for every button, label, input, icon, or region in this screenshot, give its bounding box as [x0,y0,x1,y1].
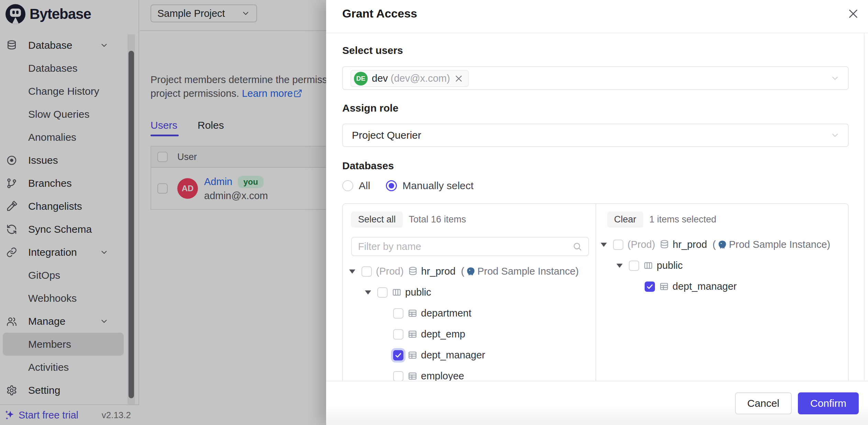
node-name[interactable]: employee [421,370,464,381]
select-all-button[interactable]: Select all [351,211,403,228]
chip-user-email: (dev@x.com) [391,73,450,84]
checkbox-public[interactable] [629,261,639,271]
postgresql-icon [466,267,476,276]
instance-label: (Prod Sample Instance) [713,239,831,250]
modal-footer: Cancel Confirm [326,381,868,425]
role-select-value: Project Querier [352,129,421,141]
database-scope-radios: All Manually select [342,180,474,192]
tree-row-dept_emp: dept_emp [343,324,596,345]
node-name[interactable]: hr_prod [421,266,456,277]
radio-all-control[interactable] [342,180,353,191]
selected-user-chip: DE dev (dev@x.com) [350,70,469,87]
close-icon[interactable] [847,8,859,20]
checkbox-public[interactable] [377,287,388,298]
tree-row-employee: employee [343,366,596,381]
radio-manually-select[interactable]: Manually select [386,180,474,192]
select-users-label: Select users [342,45,403,56]
modal-header-divider [326,33,868,33]
radio-all[interactable]: All [342,180,370,192]
tree-row-dept_manager: dept_manager [596,276,848,297]
node-name[interactable]: public [657,260,683,271]
chevron-down-icon [830,73,840,83]
caret-down-icon[interactable] [616,264,629,268]
role-select[interactable]: Project Querier [342,124,849,147]
chip-user-name: dev [372,73,388,84]
node-name[interactable]: hr_prod [673,239,707,250]
table-icon [408,371,418,381]
filter-input-wrapper [351,237,589,256]
database-icon [659,240,669,250]
tree-row-hr_prod: (Prod)hr_prod(Prod Sample Instance) [596,234,848,255]
modal-title: Grant Access [342,7,417,20]
tree-row-dept_manager: dept_manager [343,345,596,366]
left-database-tree: (Prod)hr_prod(Prod Sample Instance)publi… [343,261,596,381]
table-icon [408,350,418,360]
tree-row-public: public [343,282,596,303]
right-database-tree: (Prod)hr_prod(Prod Sample Instance)publi… [596,234,848,297]
cancel-button[interactable]: Cancel [735,392,792,414]
grant-access-modal: Grant Access Select users DE dev (dev@x.… [326,0,868,425]
total-items-label: Total 16 items [409,214,466,225]
radio-manual-control[interactable] [386,180,397,191]
checkbox-hr_prod[interactable] [613,240,623,250]
checkbox-employee[interactable] [393,371,403,381]
filter-by-name-input[interactable] [352,241,572,252]
databases-label: Databases [342,160,394,172]
caret-down-icon[interactable] [601,243,613,247]
checked-checkbox-dept_manager[interactable] [393,350,403,360]
avatar: DE [354,72,368,85]
checked-checkbox-dept_manager[interactable] [645,282,655,292]
environment-label: (Prod) [376,266,404,277]
tree-row-department: department [343,303,596,324]
available-databases-panel: Select all Total 16 items (Prod)hr_prod(… [343,204,596,381]
checkbox-hr_prod[interactable] [361,266,372,277]
chevron-down-icon [830,130,840,140]
node-name[interactable]: dept_emp [421,329,465,340]
environment-label: (Prod) [627,239,655,250]
schema-icon [643,261,653,271]
node-name[interactable]: department [421,308,471,319]
clear-button[interactable]: Clear [607,211,643,228]
modal-scrollbar-gutter [864,33,865,425]
database-transfer-panels: Select all Total 16 items (Prod)hr_prod(… [342,203,849,381]
database-icon [408,266,418,276]
selected-databases-panel: Clear 1 items selected (Prod)hr_prod(Pro… [596,204,848,381]
confirm-button[interactable]: Confirm [798,392,859,414]
instance-label: (Prod Sample Instance) [461,266,579,277]
node-name[interactable]: dept_manager [421,349,485,361]
table-icon [408,308,418,318]
caret-down-icon[interactable] [365,290,377,295]
table-icon [408,329,418,339]
postgresql-icon [717,240,727,250]
caret-down-icon[interactable] [349,269,361,274]
search-icon [572,242,582,251]
schema-icon [392,287,402,297]
assign-role-label: Assign role [342,102,398,114]
table-icon [659,282,669,291]
select-users-input[interactable]: DE dev (dev@x.com) [342,66,849,90]
tree-row-public: public [596,255,848,276]
checkbox-dept_emp[interactable] [393,329,403,340]
remove-user-icon[interactable] [454,74,463,83]
tree-row-hr_prod: (Prod)hr_prod(Prod Sample Instance) [343,261,596,282]
checkbox-department[interactable] [393,308,403,319]
node-name[interactable]: public [405,287,431,298]
node-name[interactable]: dept_manager [672,281,737,292]
selected-count-label: 1 items selected [649,214,716,225]
